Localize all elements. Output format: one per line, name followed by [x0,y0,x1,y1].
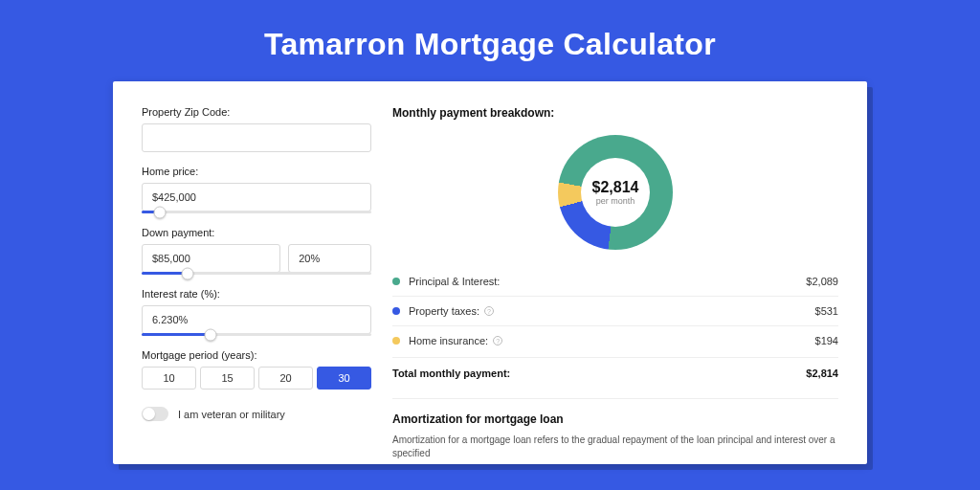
interest-input[interactable] [142,305,371,334]
down-payment-label: Down payment: [142,227,371,238]
total-row: Total monthly payment: $2,814 [392,357,838,392]
info-icon[interactable]: ? [493,336,502,345]
donut-subtext: per month [596,196,635,206]
legend-row: Principal & Interest:$2,089 [392,267,838,297]
donut-wrap: $2,814 per month [392,129,838,267]
interest-slider[interactable] [142,333,371,336]
legend-row: Home insurance:?$194 [392,326,838,355]
donut-center: $2,814 per month [581,158,650,227]
legend-label: Principal & Interest: [409,276,806,287]
down-payment-field: Down payment: [142,227,371,275]
home-price-input[interactable] [142,183,371,212]
form-panel: Property Zip Code: Home price: Down paym… [142,106,371,464]
slider-thumb[interactable] [182,267,194,279]
interest-field: Interest rate (%): [142,288,371,336]
amortization-body: Amortization for a mortgage loan refers … [392,434,838,460]
page-title: Tamarron Mortgage Calculator [0,0,980,81]
veteran-row: I am veteran or military [142,407,371,421]
legend-value: $2,089 [806,276,838,287]
veteran-toggle[interactable] [142,407,168,421]
amortization-title: Amortization for mortgage loan [392,412,838,426]
zip-field: Property Zip Code: [142,106,371,152]
legend-row: Property taxes:?$531 [392,297,838,326]
period-button-30[interactable]: 30 [317,367,371,390]
payment-donut-chart: $2,814 per month [558,135,673,250]
zip-label: Property Zip Code: [142,106,371,118]
calculator-card: Property Zip Code: Home price: Down paym… [113,81,867,464]
legend-label: Property taxes:? [409,305,815,317]
legend-dot [392,278,400,285]
legend-value: $531 [815,305,838,317]
period-button-10[interactable]: 10 [142,367,196,390]
down-payment-slider[interactable] [142,272,371,275]
veteran-label: I am veteran or military [178,409,285,420]
down-payment-pct-input[interactable] [288,244,371,273]
slider-thumb[interactable] [205,328,217,341]
info-icon[interactable]: ? [484,306,494,316]
legend-value: $194 [815,335,838,346]
interest-label: Interest rate (%): [142,288,371,300]
down-payment-input[interactable] [142,244,280,273]
toggle-knob [143,408,155,420]
legend-dot [392,337,400,345]
home-price-field: Home price: [142,166,371,213]
zip-input[interactable] [142,123,371,152]
legend-dot [392,307,400,315]
period-label: Mortgage period (years): [142,349,371,361]
home-price-slider[interactable] [142,211,371,213]
amortization-section: Amortization for mortgage loan Amortizat… [392,398,838,460]
slider-thumb[interactable] [154,206,167,218]
breakdown-heading: Monthly payment breakdown: [392,106,838,120]
total-value: $2,814 [806,368,838,379]
legend-label: Home insurance:? [409,335,815,346]
donut-value: $2,814 [592,179,639,196]
period-button-15[interactable]: 15 [200,367,255,390]
slider-fill [142,333,211,336]
home-price-label: Home price: [142,166,371,177]
period-field: Mortgage period (years): 10152030 [142,349,371,390]
breakdown-panel: Monthly payment breakdown: $2,814 per mo… [392,106,838,464]
total-label: Total monthly payment: [392,368,806,379]
period-button-20[interactable]: 20 [258,367,313,390]
